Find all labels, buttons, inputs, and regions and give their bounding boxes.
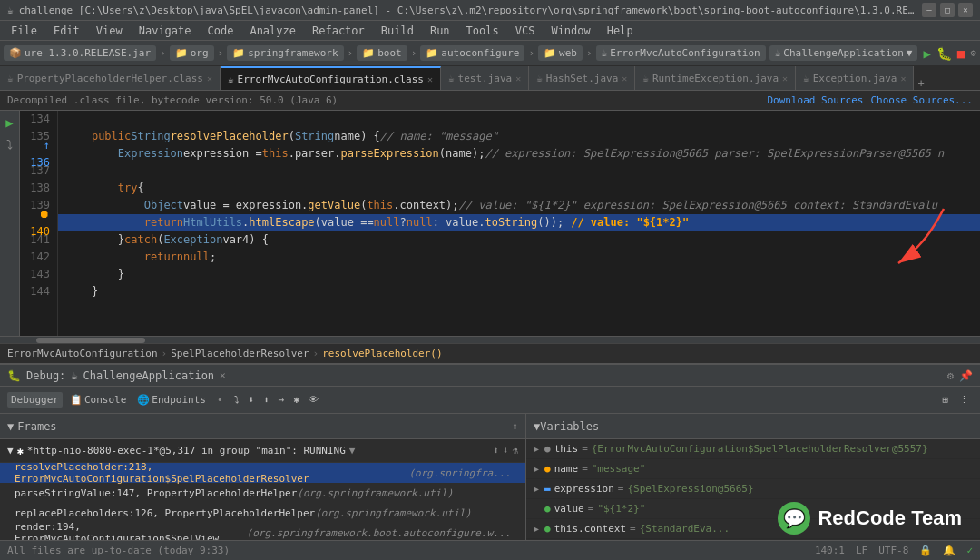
- breadcrumb-class[interactable]: ErrorMvcAutoConfiguration: [7, 348, 158, 359]
- debug-more-icon[interactable]: ⋮: [956, 392, 973, 408]
- var-this-expand: ▶: [534, 444, 544, 454]
- breadcrumb-inner-class[interactable]: SpelPlaceholderResolver: [171, 348, 309, 359]
- stack-frame-2[interactable]: replacePlaceholders:126, PropertyPlaceho…: [0, 503, 525, 523]
- nav-jar-label: ure-1.3.0.RELEASE.jar: [24, 47, 151, 59]
- line-num-136: ↑ 136: [24, 145, 54, 162]
- thread-filter-icon[interactable]: ⚗: [512, 445, 518, 457]
- export-icon[interactable]: ⬆: [512, 420, 518, 433]
- menu-file[interactable]: File: [4, 23, 44, 39]
- menu-code[interactable]: Code: [201, 23, 241, 39]
- minimize-button[interactable]: —: [922, 3, 936, 17]
- more-tabs-icon[interactable]: +: [917, 77, 924, 90]
- debug-run-button[interactable]: 🐛: [936, 46, 952, 61]
- choose-sources-link[interactable]: Choose Sources...: [870, 94, 973, 106]
- watch-button[interactable]: 👁: [305, 392, 322, 408]
- var-name[interactable]: ▶ ● name = "message": [526, 459, 980, 479]
- horizontal-scrollbar[interactable]: [0, 336, 980, 343]
- breadcrumb-method[interactable]: resolvePlaceholder(): [322, 348, 442, 359]
- menu-tools[interactable]: Tools: [459, 23, 506, 39]
- tab-test[interactable]: ☕ test.java ✕: [441, 66, 529, 90]
- menu-refactor[interactable]: Refactor: [305, 23, 372, 39]
- stack-frame-1[interactable]: parseStringValue:147, PropertyPlaceholde…: [0, 483, 525, 503]
- debugger-tab[interactable]: Debugger: [7, 392, 63, 408]
- tab-icon-5: ☕: [642, 73, 649, 84]
- evaluate-button[interactable]: ✱: [289, 392, 303, 408]
- info-bar: Decompiled .class file, bytecode version…: [0, 91, 980, 111]
- debug-pin-icon[interactable]: 📌: [959, 369, 973, 382]
- run-button[interactable]: ▶: [923, 46, 930, 61]
- status-message: All files are up-to-date (today 9:33): [7, 545, 230, 556]
- tab-errormvc[interactable]: ☕ ErrorMvcAutoConfiguration.class ✕: [220, 66, 441, 90]
- menu-run[interactable]: Run: [423, 23, 457, 39]
- menu-vcs[interactable]: VCS: [508, 23, 543, 39]
- tab-icon-3: ☕: [448, 73, 455, 84]
- var-expression[interactable]: ▶ ▬ expression = {SpelExpression@5665}: [526, 479, 980, 499]
- tab-property-placeholder[interactable]: ☕ PropertyPlaceholderHelper.class ✕: [0, 66, 220, 90]
- menu-build[interactable]: Build: [374, 23, 421, 39]
- nav-autoconfigure[interactable]: 📁 autoconfigure: [420, 45, 524, 61]
- close-button[interactable]: ✕: [958, 3, 973, 17]
- line-separator: LF: [856, 545, 867, 556]
- nav-springframework[interactable]: 📁 springframework: [227, 45, 343, 61]
- settings-icon[interactable]: ⚙: [970, 47, 976, 59]
- tab-exception[interactable]: ☕ Exception.java ✕: [796, 66, 914, 90]
- menu-analyze[interactable]: Analyze: [242, 23, 303, 39]
- nav-errormvc-label: ErrorMvcAutoConfiguration: [610, 47, 760, 59]
- nav-jar[interactable]: 📦 ure-1.3.0.RELEASE.jar: [4, 45, 156, 61]
- tab-hashset[interactable]: ☕ HashSet.java ✕: [529, 66, 635, 90]
- nav-web[interactable]: 📁 web: [538, 45, 583, 61]
- download-sources-link[interactable]: Download Sources: [767, 94, 863, 106]
- encoding: UTF-8: [878, 545, 908, 556]
- tab-close-6[interactable]: ✕: [900, 74, 906, 84]
- frames-expand-icon: ▼: [7, 420, 14, 433]
- tab-close-1[interactable]: ✕: [207, 74, 212, 84]
- menu-edit[interactable]: Edit: [46, 23, 87, 39]
- menu-view[interactable]: View: [89, 23, 130, 39]
- thread-up-icon[interactable]: ⬆: [493, 445, 499, 457]
- step-over-icon[interactable]: ⤵: [2, 136, 18, 152]
- tab-runtimeexception[interactable]: ☕ RuntimeException.java ✕: [635, 66, 796, 90]
- stack-frame-0[interactable]: resolvePlaceholder:218, ErrorMvcAutoConf…: [0, 463, 525, 483]
- stop-button[interactable]: ■: [957, 46, 965, 61]
- var-value-icon: ●: [544, 503, 551, 515]
- tab-close-4[interactable]: ✕: [622, 74, 627, 84]
- console-icon: 📋: [70, 394, 83, 406]
- tab-close-3[interactable]: ✕: [515, 74, 521, 84]
- thread-down-icon[interactable]: ⬇: [503, 445, 509, 457]
- endpoints-tab[interactable]: 🌐 Endpoints: [133, 392, 210, 408]
- tab-close-5[interactable]: ✕: [782, 74, 788, 84]
- app-icon: ☕: [7, 5, 14, 16]
- debug-close-icon[interactable]: ✕: [220, 369, 226, 381]
- console-tab[interactable]: 📋 Console: [66, 392, 130, 408]
- notifications-icon[interactable]: 🔔: [943, 545, 956, 556]
- code-editor: ▶ ⤵ 134 135 ↑ 136 137 138 139 ⏺ 140 141 …: [0, 111, 980, 336]
- step-into-button[interactable]: ⬇: [245, 392, 259, 408]
- nav-org[interactable]: 📁 org: [170, 45, 214, 61]
- java-icon-2: ☕: [775, 47, 781, 59]
- nav-challenge-app[interactable]: ☕ ChallengeApplication ▼: [769, 45, 918, 61]
- frames-header: ▼ Frames ⬆: [0, 414, 525, 439]
- menu-navigate[interactable]: Navigate: [132, 23, 199, 39]
- tab-close-2[interactable]: ✕: [427, 74, 433, 84]
- run-to-cursor-icon[interactable]: ▶: [2, 114, 18, 131]
- thread-item[interactable]: ▼ ✱ *http-nio-8080-exec-1*@5,317 in grou…: [0, 439, 525, 463]
- variables-expand-icon: ▼: [534, 420, 540, 433]
- code-line-135: public String resolvePlaceholder(String …: [58, 128, 980, 145]
- var-this[interactable]: ▶ ● this = {ErrorMvcAutoConfiguration$Sp…: [526, 439, 980, 459]
- step-over-button[interactable]: ⤵: [230, 392, 243, 408]
- run-to-cursor-button[interactable]: →: [275, 392, 289, 408]
- tab-icon-2: ☕: [228, 74, 234, 85]
- code-line-141: } catch (Exception var4) {: [58, 231, 980, 249]
- nav-errormvc[interactable]: ☕ ErrorMvcAutoConfiguration: [596, 45, 766, 61]
- debug-settings-icon[interactable]: ⚙: [947, 369, 954, 382]
- step-out-button[interactable]: ⬆: [260, 392, 273, 408]
- restore-layout-icon[interactable]: ⊞: [938, 392, 952, 408]
- line-num-134: 134: [24, 111, 54, 128]
- maximize-button[interactable]: □: [940, 3, 955, 17]
- thread-name: *http-nio-8080-exec-1*@5,317 in group "m…: [27, 445, 346, 457]
- nav-boot[interactable]: 📁 boot: [357, 45, 407, 61]
- code-line-144: }: [58, 283, 980, 300]
- thread-arrow-btn[interactable]: ▼: [349, 445, 356, 457]
- menu-window[interactable]: Window: [544, 23, 597, 39]
- menu-help[interactable]: Help: [600, 23, 641, 39]
